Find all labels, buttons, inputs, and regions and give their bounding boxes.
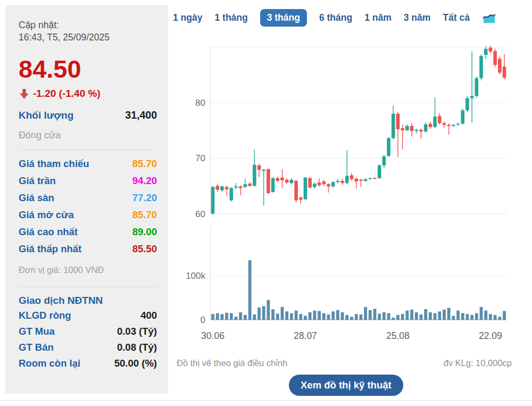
info-row: Giá cao nhất89.00 [19, 223, 157, 241]
tab-1-năm[interactable]: 1 năm [364, 9, 392, 27]
info-row-value: 0.03 (Tỷ) [117, 324, 157, 339]
svg-text:100k: 100k [186, 271, 205, 281]
volume-row: Khối lượng 31,400 [19, 109, 157, 121]
info-row: Giá mở cửa85.70 [19, 206, 157, 223]
info-row-value: 400 [140, 308, 157, 324]
info-row-value: 85.70 [132, 155, 157, 172]
quote-panel: Cập nhật: 16:43, T5, 25/09/2025 84.50 -1… [5, 5, 168, 394]
svg-text:22.09: 22.09 [479, 330, 502, 341]
tab-3-tháng[interactable]: 3 tháng [260, 9, 307, 27]
info-row: GT Bán0.08 (Tỷ) [19, 339, 157, 355]
svg-text:60: 60 [195, 209, 205, 219]
updated-block: Cập nhật: 16:43, T5, 25/09/2025 [19, 19, 157, 44]
info-row-label: GT Mua [19, 324, 55, 339]
divider [19, 287, 157, 287]
updated-label: Cập nhật: [19, 19, 157, 31]
technical-chart-button[interactable]: Xem đồ thị kỹ thuật [289, 375, 403, 396]
info-row-value: 85.70 [132, 206, 157, 223]
chart-area[interactable]: 807060100k030.0628.0725.0822.09 [173, 40, 529, 346]
info-row-label: Room còn lại [19, 355, 80, 371]
svg-text:30.06: 30.06 [201, 330, 225, 341]
info-row-label: Giá tham chiếu [19, 155, 89, 172]
tab-3-năm[interactable]: 3 năm [404, 9, 431, 27]
stock-quote-widget: Cập nhật: 16:43, T5, 25/09/2025 84.50 -1… [0, 0, 532, 406]
adjusted-price-note: Đồ thị vẽ theo giá điều chỉnh [177, 358, 287, 368]
info-row-label: Giá trần [19, 172, 56, 189]
info-row-value: 50.00 (%) [114, 355, 157, 371]
price-unit-note: Đơn vị giá: 1000 VNĐ [19, 265, 157, 275]
tab-6-tháng[interactable]: 6 tháng [319, 9, 352, 27]
tab-tất-cả[interactable]: Tất cả [443, 9, 470, 27]
divider [19, 150, 157, 150]
last-price: 84.50 [19, 56, 157, 81]
svg-text:80: 80 [195, 98, 205, 108]
info-row-value: 0.08 (Tỷ) [117, 339, 157, 355]
info-row: Room còn lại50.00 (%) [19, 355, 157, 371]
foreign-trade-title: Giao dịch NĐTNN [19, 295, 157, 306]
price-change-value: -1.20 (-1.40 %) [33, 88, 101, 100]
svg-text:28.07: 28.07 [294, 330, 317, 341]
info-row-label: Giá sàn [19, 189, 54, 206]
volume-label: Khối lượng [19, 110, 73, 121]
info-row-label: GT Bán [19, 339, 54, 355]
price-info-rows: Giá tham chiếu85.70Giá trần94.20Giá sàn7… [19, 155, 157, 258]
svg-text:70: 70 [195, 153, 205, 163]
info-row: Giá trần94.20 [19, 172, 157, 189]
tab-1-ngày[interactable]: 1 ngày [173, 9, 202, 27]
price-change-row: -1.20 (-1.40 %) [19, 88, 157, 100]
info-row: Giá sàn77.20 [19, 189, 157, 206]
area-chart-icon[interactable] [482, 11, 496, 25]
info-row-value: 77.20 [132, 189, 157, 206]
period-tabs: 1 ngày1 tháng3 tháng6 tháng1 năm3 nămTất… [173, 8, 496, 27]
volume-unit-note: đv KLg: 10,000cp [444, 358, 512, 368]
updated-time: 16:43, T5, 25/09/2025 [19, 31, 157, 44]
price-volume-chart[interactable]: 807060100k030.0628.0725.0822.09 [173, 40, 529, 346]
info-row-value: 94.20 [132, 172, 157, 189]
info-row-label: KLGD ròng [19, 308, 71, 324]
info-row-value: 89.00 [132, 223, 157, 241]
info-row: KLGD ròng400 [19, 308, 157, 324]
info-row-label: Giá thấp nhất [19, 241, 81, 258]
volume-value: 31,400 [125, 109, 157, 121]
info-row: GT Mua0.03 (Tỷ) [19, 324, 157, 339]
info-row: Giá tham chiếu85.70 [19, 155, 157, 172]
session-status: Đóng cửa [19, 130, 157, 141]
foreign-trade-rows: KLGD ròng400GT Mua0.03 (Tỷ)GT Bán0.08 (T… [19, 308, 157, 371]
arrow-down-icon [19, 88, 30, 100]
tab-1-tháng[interactable]: 1 tháng [214, 9, 247, 27]
info-row-label: Giá mở cửa [19, 206, 74, 223]
bottom-divider [0, 400, 532, 401]
svg-text:0: 0 [201, 315, 205, 325]
info-row: Giá thấp nhất85.50 [19, 241, 157, 258]
svg-text:25.08: 25.08 [386, 330, 410, 341]
info-row-value: 85.50 [132, 241, 157, 258]
info-row-label: Giá cao nhất [19, 223, 78, 241]
